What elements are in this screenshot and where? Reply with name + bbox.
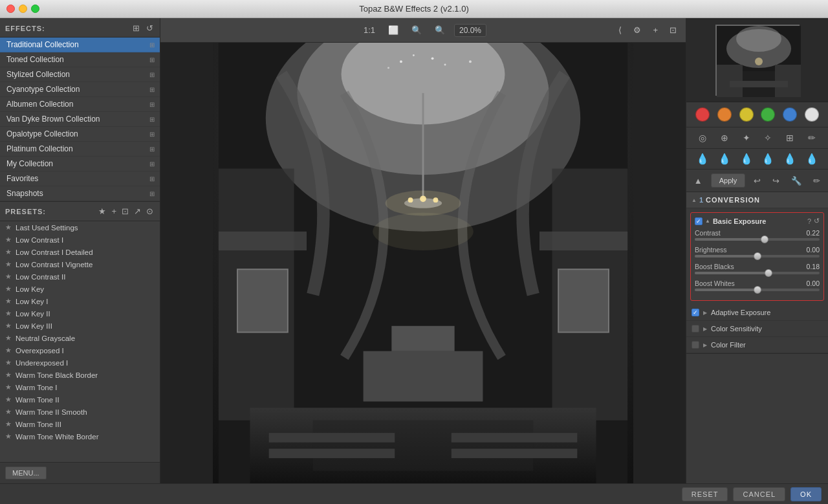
brightness-thumb[interactable] [754, 252, 761, 260]
color-orange[interactable] [717, 107, 732, 122]
preset-item[interactable]: ★Warm Tone III [0, 418, 160, 430]
toolbar-extra-2[interactable]: ⚙ [629, 23, 645, 37]
preset-item[interactable]: ★Low Contrast II [0, 270, 160, 283]
zoom-out-button[interactable]: 🔍 [408, 23, 426, 37]
tone-drop-bright[interactable]: 💧 [761, 153, 774, 165]
menu-button[interactable]: MENU... [5, 466, 47, 479]
filter-brightness[interactable]: ✦ [741, 131, 752, 144]
contrast-thumb[interactable] [761, 236, 768, 243]
settings-icon[interactable]: 🔧 [788, 174, 805, 188]
preset-add-button[interactable]: + [110, 205, 118, 217]
collection-item-cyanotype[interactable]: Cyanotype Collection ⊞ [0, 82, 160, 97]
filter-contrast[interactable]: ✧ [763, 131, 773, 144]
color-sensitivity-row[interactable]: ▶ Color Sensitivity [686, 321, 828, 337]
zoom-fill-button[interactable]: ⬜ [384, 23, 402, 37]
preset-item[interactable]: ★Low Contrast I Vignette [0, 258, 160, 270]
preset-item[interactable]: ★Low Key II [0, 307, 160, 320]
brightness-slider-track[interactable] [695, 255, 820, 257]
collection-item-stylized[interactable]: Stylized Collection ⊞ [0, 67, 160, 82]
preset-item[interactable]: ★Warm Tone Black Border [0, 369, 160, 381]
preset-star-button[interactable]: ★ [97, 205, 107, 217]
collection-item-toned[interactable]: Toned Collection ⊞ [0, 52, 160, 67]
traffic-lights[interactable] [6, 5, 39, 13]
preset-name: Warm Tone III [16, 421, 61, 428]
preset-folder-button[interactable]: ⊡ [120, 205, 130, 217]
reset-button[interactable]: RESET [682, 487, 728, 501]
ok-button[interactable]: OK [790, 487, 822, 501]
preset-item[interactable]: ★Low Contrast I [0, 234, 160, 246]
grid-icon: ⊞ [149, 190, 155, 197]
filter-split[interactable]: ⊞ [785, 131, 795, 144]
minimize-button[interactable] [19, 5, 27, 13]
preset-item[interactable]: ★Warm Tone II Smooth [0, 406, 160, 418]
preset-item[interactable]: ★Warm Tone II [0, 393, 160, 406]
adaptive-exposure-row[interactable]: ✓ ▶ Adaptive Exposure [686, 305, 828, 321]
preset-export-button[interactable]: ↗ [133, 205, 142, 217]
boost-blacks-thumb[interactable] [765, 269, 772, 277]
color-white[interactable] [805, 107, 819, 122]
zoom-fit-button[interactable]: 1:1 [360, 23, 379, 37]
apply-button[interactable]: Apply [711, 173, 746, 188]
preset-item[interactable]: ★Warm Tone I [0, 381, 160, 393]
toolbar-extra-1[interactable]: ⟨ [615, 23, 626, 37]
preset-item[interactable]: ★Last Used Settings [0, 221, 160, 234]
zoom-level-input[interactable] [454, 24, 486, 37]
undo-icon[interactable]: ↩ [750, 174, 764, 188]
grid-view-button[interactable]: ⊞ [131, 22, 141, 34]
color-sensitivity-checkbox[interactable] [692, 325, 699, 333]
collection-item-favorites[interactable]: Favorites ⊞ [0, 171, 160, 186]
tone-drop-shadow[interactable]: 💧 [696, 153, 709, 165]
preset-item[interactable]: ★Overexposed I [0, 344, 160, 356]
more-icon[interactable]: ✏ [810, 174, 823, 188]
preset-item[interactable]: ★Neutral Grayscale [0, 332, 160, 344]
collection-item-snapshots[interactable]: Snapshots ⊞ [0, 186, 160, 201]
collections-list: Traditional Collection ⊞ Toned Collectio… [0, 38, 160, 201]
boost-whites-thumb[interactable] [754, 286, 761, 294]
basic-exposure-reset[interactable]: ↺ [814, 217, 820, 225]
preset-item[interactable]: ★Warm Tone White Border [0, 430, 160, 443]
maximize-button[interactable] [31, 5, 39, 13]
color-green[interactable] [761, 107, 775, 122]
boost-blacks-slider-track[interactable] [695, 272, 820, 274]
filter-circular[interactable]: ◎ [697, 131, 708, 144]
color-filter-row[interactable]: ▶ Color Filter [686, 337, 828, 353]
expand-icon[interactable]: ▲ [691, 174, 706, 188]
close-button[interactable] [6, 5, 15, 13]
conversion-header[interactable]: ▲ 1 CONVERSION [686, 192, 828, 208]
adaptive-exposure-checkbox[interactable]: ✓ [692, 309, 699, 316]
collection-item-mycollection[interactable]: My Collection ⊞ [0, 157, 160, 171]
toolbar-extra-4[interactable]: ⊡ [666, 23, 681, 37]
star-icon: ★ [5, 260, 12, 268]
collection-item-albumen[interactable]: Albumen Collection ⊞ [0, 97, 160, 112]
cancel-button[interactable]: CANCEL [733, 487, 785, 501]
filter-overlay[interactable]: ⊕ [719, 131, 730, 144]
collection-item-opalotype[interactable]: Opalotype Collection ⊞ [0, 127, 160, 142]
basic-exposure-checkbox[interactable]: ✓ [695, 217, 703, 225]
preset-item[interactable]: ★Underexposed I [0, 356, 160, 369]
tone-drop-highlight[interactable]: 💧 [783, 153, 796, 165]
refresh-button[interactable]: ↺ [145, 22, 155, 34]
contrast-slider-track[interactable] [695, 238, 820, 241]
color-blue[interactable] [783, 107, 797, 122]
tone-drop-light[interactable]: 💧 [740, 153, 753, 165]
preset-camera-button[interactable]: ⊙ [145, 205, 155, 217]
collection-item-traditional[interactable]: Traditional Collection ⊞ [0, 38, 160, 52]
basic-exposure-help[interactable]: ? [807, 217, 811, 225]
redo-icon[interactable]: ↪ [769, 174, 783, 188]
collection-item-platinum[interactable]: Platinum Collection ⊞ [0, 142, 160, 157]
color-red[interactable] [695, 107, 710, 122]
color-filter-checkbox[interactable] [692, 341, 699, 349]
preset-item[interactable]: ★Low Contrast I Detailed [0, 246, 160, 258]
preset-item[interactable]: ★Low Key I [0, 295, 160, 307]
color-yellow[interactable] [739, 107, 754, 122]
tone-drop-white[interactable]: 💧 [805, 153, 818, 165]
collection-item-vandyke[interactable]: Van Dyke Brown Collection ⊞ [0, 112, 160, 127]
preset-item[interactable]: ★Low Key [0, 283, 160, 295]
tone-drop-midtone[interactable]: 💧 [718, 153, 731, 165]
toolbar-extra-3[interactable]: + [649, 23, 662, 37]
boost-whites-slider-track[interactable] [695, 289, 820, 291]
preset-item[interactable]: ★Low Key III [0, 320, 160, 332]
filter-pen[interactable]: ✏ [807, 131, 817, 144]
star-icon: ★ [5, 223, 12, 232]
zoom-in-button[interactable]: 🔍 [431, 23, 449, 37]
